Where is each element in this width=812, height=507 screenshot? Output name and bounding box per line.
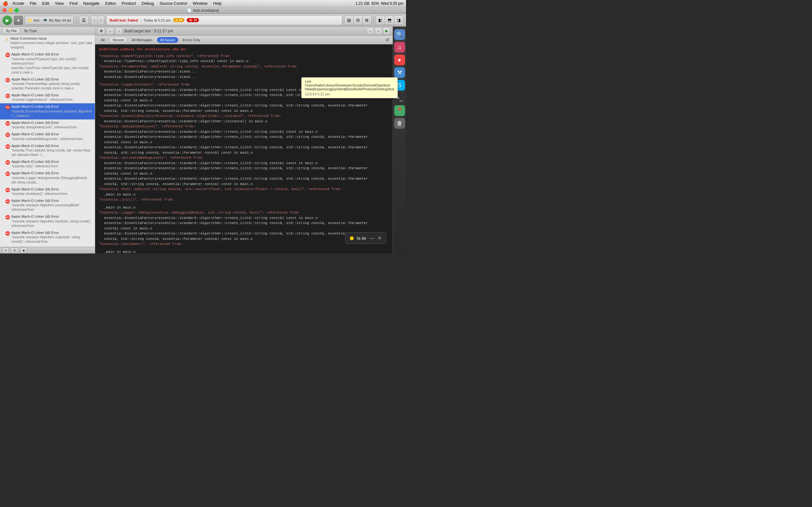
hide-right-panel-btn[interactable]: ◨ [394, 16, 403, 25]
menu-navigate[interactable]: Navigate [81, 0, 102, 7]
menu-view[interactable]: View [52, 0, 66, 7]
sidebar-item-3[interactable]: ⛔Apple Mach-O Linker (ld) Error"essentia… [0, 92, 95, 103]
sidebar-item-9[interactable]: ⛔Apple Mach-O Linker (ld) Error"essentia… [0, 170, 95, 186]
build-separator: | [140, 18, 141, 22]
item-text-6: Apple Mach-O Linker (ld) Error"essentia:… [11, 132, 92, 141]
tab-all[interactable]: All [98, 37, 108, 43]
sidebar-item-10[interactable]: ⛔Apple Mach-O Linker (ld) Error"essentia… [0, 186, 95, 198]
by-type-tab[interactable]: By Type [21, 27, 41, 34]
item-subtitle-3: "essentia::loggerInstance", referenced f… [11, 98, 92, 102]
code-line-11: const&, std::string const&, essentia::Pa… [104, 108, 389, 114]
window-title: test.xcodeproj [193, 8, 219, 13]
menu-window[interactable]: Window [190, 0, 210, 7]
tab-all-messages[interactable]: All Messages [129, 37, 155, 43]
scheme-selector[interactable]: 📁 test › 💻 My Mac 64-bit [25, 16, 73, 25]
sidebar-item-6[interactable]: ⛔Apple Mach-O Linker (ld) Error"essentia… [0, 131, 95, 142]
sidebar-item-13[interactable]: ⛔Apple Mach-O Linker (ld) Error"essentia… [0, 229, 95, 245]
tab-recent[interactable]: Recent [109, 37, 127, 43]
single-editor-btn[interactable]: ▤ [345, 16, 354, 25]
dock-icon-maps[interactable]: 📍 [394, 105, 405, 116]
menu-debug[interactable]: Debug [139, 0, 156, 7]
item-title-0: Value Conversion Issue [10, 36, 92, 41]
notification-minimize-btn[interactable]: — [369, 235, 374, 241]
run-button[interactable]: ▶ [3, 15, 12, 25]
menu-source-control[interactable]: Source Control [157, 0, 190, 7]
grid-view-btn[interactable]: ⊞ [98, 27, 105, 35]
notification-popup: ta da — ✕ [345, 232, 386, 244]
hide-left-panel-btn[interactable]: ◧ [376, 16, 385, 25]
item-subtitle-5: "essentia::debugIndentLevel", referenced… [11, 125, 92, 130]
by-file-tab[interactable]: By File [3, 27, 20, 34]
toolbar-sep-2 [373, 16, 374, 24]
item-title-12: Apple Mach-O Linker (ld) Error [11, 214, 92, 219]
sidebar-item-0[interactable]: ⚠Value Conversion IssueImplicit conversi… [0, 35, 95, 51]
error-icon: ⛔ [5, 144, 10, 150]
code-line-30: _main in main.o [104, 205, 389, 210]
sidebar-item-8[interactable]: ⛔Apple Mach-O Linker (ld) Error"essentia… [0, 158, 95, 170]
menu-editor[interactable]: Editor [103, 0, 119, 7]
clock: Wed 5:25 pm [381, 1, 403, 6]
hide-bottom-panel-btn[interactable]: ⬒ [385, 16, 394, 25]
error-icon: ⛔ [5, 77, 10, 83]
code-line-16: essentia::EssentiaFactory<essentia::stan… [104, 134, 389, 140]
refresh-btn[interactable]: ↺ [385, 37, 390, 43]
item-text-2: Apple Mach-O Linker (ld) Error"essentia:… [11, 77, 92, 91]
filter-dot-btn[interactable]: ● [20, 247, 27, 253]
error-icon: ⛔ [5, 160, 10, 165]
sidebar-item-7[interactable]: ⛔Apple Mach-O Linker (ld) Error"essentia… [0, 143, 95, 158]
menu-edit[interactable]: Edit [40, 0, 52, 7]
sidebar-item-2[interactable]: ⛔Apple Mach-O Linker (ld) Error"essentia… [0, 76, 95, 92]
dock-icon-trash[interactable]: 🗑 [394, 118, 405, 129]
version-editor-btn[interactable]: ⊞ [362, 16, 371, 25]
item-subtitle-2: "essentia::ParameterMap::add(std::string… [11, 82, 92, 91]
right-dock: 🔍♫●⚒S>_📍🗑 [393, 26, 406, 253]
next-btn[interactable]: › [98, 16, 104, 25]
item-title-1: Apple Mach-O Linker (ld) Error [11, 52, 92, 57]
device-icon: 💻 [43, 18, 48, 22]
sidebar-item-4[interactable]: ⛔Apple Mach-O Linker (ld) Error"essentia… [0, 103, 95, 119]
prev-message-btn[interactable]: ‹ [107, 27, 113, 35]
run-small-btn[interactable]: ▶ [383, 27, 390, 35]
notification-close-btn[interactable]: ✕ [377, 235, 382, 241]
code-line-17: const&) const in main.o [104, 140, 389, 145]
item-text-9: Apple Mach-O Linker (ld) Error"essentia:… [11, 171, 92, 184]
minimize-button[interactable] [9, 8, 13, 12]
apple-menu[interactable]: 🍎 [3, 1, 8, 6]
scheme-target-label: test [34, 18, 39, 22]
menu-file[interactable]: File [27, 0, 39, 7]
sidebar-item-1[interactable]: ⛔Apple Mach-O Linker (ld) Error"essentia… [0, 51, 95, 76]
menu-xcode[interactable]: Xcode [10, 0, 27, 7]
item-subtitle-9: "essentia::Logger::debug(essentia::Debug… [11, 176, 92, 185]
maximize-button[interactable] [14, 8, 19, 12]
close-button[interactable] [3, 8, 7, 12]
menu-help[interactable]: Help [211, 0, 224, 7]
prev-btn[interactable]: ‹ [91, 16, 98, 25]
sidebar-item-12[interactable]: ⛔Apple Mach-O Linker (ld) Error"essentia… [0, 213, 95, 229]
menu-find[interactable]: Find [67, 0, 80, 7]
item-text-7: Apple Mach-O Linker (ld) Error"essentia:… [11, 144, 92, 157]
assistant-editor-btn[interactable]: ⊟ [354, 16, 362, 25]
item-title-13: Apple Mach-O Linker (ld) Error [11, 230, 92, 235]
add-item-btn[interactable]: + [3, 247, 9, 253]
dock-icon-chrome[interactable]: ● [394, 55, 405, 65]
tooltip-popup: Link /Users/haile/Library/Developer/Xcod… [301, 77, 398, 98]
next-message-btn[interactable]: › [115, 27, 122, 35]
tab-errors-only[interactable]: Errors Only [180, 37, 204, 43]
sidebar-item-11[interactable]: ⛔Apple Mach-O Linker (ld) Error"essentia… [0, 198, 95, 213]
navigator-toggle-btn[interactable]: ☰ [79, 16, 89, 25]
dock-icon-itunes[interactable]: ♫ [394, 42, 405, 53]
dock-icon-xcode[interactable]: ⚒ [394, 67, 405, 78]
stop-button[interactable]: ■ [14, 16, 23, 25]
dock-icon-finder[interactable]: 🔍 [394, 29, 405, 40]
sidebar-item-5[interactable]: ⛔Apple Mach-O Linker (ld) Error"essentia… [0, 119, 95, 131]
item-title-2: Apple Mach-O Linker (ld) Error [11, 77, 92, 82]
toolbar: ▶ ■ 📁 test › 💻 My Mac 64-bit ☰ ‹ › Build… [0, 14, 406, 26]
error-icon: ⛔ [5, 171, 10, 177]
code-line-2: "essentia::ParameterMap::add(std::string… [99, 64, 389, 69]
filter-warnings-btn[interactable]: ⚠ [11, 247, 18, 253]
code-output-area[interactable]: Undefined symbols for architecture x86_6… [95, 44, 393, 253]
menu-product[interactable]: Product [119, 0, 139, 7]
forward-btn[interactable]: › [375, 27, 382, 35]
back-btn[interactable]: ‹ [367, 27, 374, 35]
tab-all-issues[interactable]: All Issues [157, 37, 178, 43]
